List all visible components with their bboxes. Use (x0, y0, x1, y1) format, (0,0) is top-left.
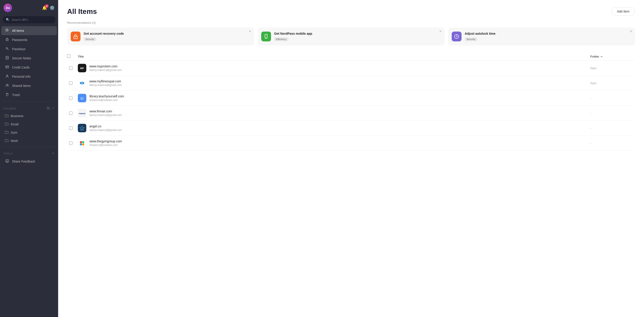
row-checkbox-cell (67, 97, 74, 100)
sidebar-item-label: Passkeys (12, 47, 26, 51)
sidebar-item-secure-notes[interactable]: Secure Notes (1, 54, 57, 63)
sidebar: Da 🔔 4 ⚙️ 🔍 All Items (0, 0, 58, 317)
search-bar[interactable]: 🔍 (3, 16, 56, 23)
sidebar-item-personal-info[interactable]: Personal Info (1, 72, 57, 81)
row-title: www.thegymgroup.com (90, 139, 122, 143)
select-all-checkbox[interactable] (67, 54, 70, 58)
folder-icon (5, 131, 8, 134)
folders-collapse-icon[interactable] (52, 107, 54, 110)
row-checkbox-cell (67, 141, 74, 145)
rec-card-autolock[interactable]: ✕ Adjust autolock time Security (448, 28, 635, 46)
row-checkbox[interactable] (69, 97, 72, 100)
sidebar-item-label: Passwords (12, 38, 27, 42)
sidebar-item-label: Shared Items (12, 84, 31, 88)
folder-icon (5, 139, 8, 143)
sidebar-item-passkeys[interactable]: Passkeys (1, 45, 57, 54)
rec-close-recovery[interactable]: ✕ (249, 30, 251, 33)
recommendations-label: Recommendations (3) (67, 21, 635, 25)
svg-rect-3 (7, 30, 8, 31)
table-row[interactable]: www.myfitnesspal.com danny.maiorca@gmail… (67, 76, 635, 91)
row-text: www.myfitnesspal.com danny.maiorca@gmail… (90, 80, 122, 87)
row-logo: Li (78, 94, 86, 102)
row-logo: MP (78, 64, 86, 72)
folder-icon (5, 114, 8, 118)
passwords-icon (5, 38, 10, 42)
folder-business[interactable]: Business (1, 112, 57, 120)
svg-rect-11 (6, 66, 9, 68)
sidebar-item-label: Secure Notes (12, 56, 31, 60)
row-checkbox[interactable] (69, 141, 72, 145)
table-row[interactable]: ✦ angel.co danny.maiorca@gmail.com - (67, 121, 635, 136)
search-input[interactable] (12, 18, 52, 22)
svg-point-15 (6, 84, 7, 85)
sidebar-item-share-feedback[interactable]: Share Feedback (1, 157, 57, 166)
sidebar-item-label: Share Feedback (12, 160, 35, 163)
table-title-col: Title (78, 55, 587, 58)
sidebar-item-credit-cards[interactable]: Credit Cards (1, 63, 57, 72)
row-checkbox[interactable] (69, 127, 72, 130)
folders-icons (47, 107, 54, 110)
main-header: All Items Add Item (67, 7, 635, 16)
svg-point-22 (75, 37, 76, 38)
table-row[interactable]: Li library.teachyourself.com dmaiorca@ou… (67, 91, 635, 106)
share-feedback-icon (5, 159, 10, 164)
folder-email[interactable]: Email (1, 120, 57, 128)
table-folder-col[interactable]: Folder (590, 55, 635, 58)
row-folder: - (590, 141, 635, 145)
row-checkbox[interactable] (69, 67, 72, 70)
rec-close-mobile[interactable]: ✕ (439, 30, 442, 33)
add-folder-icon[interactable] (47, 107, 50, 110)
rec-tag-recovery: Security (84, 37, 96, 41)
rec-tag-autolock: Security (465, 37, 477, 41)
folder-work[interactable]: Work (1, 137, 57, 145)
table-row[interactable]: MP www.myprotein.com danny.maiorca@gmail… (67, 61, 635, 76)
divider-folders (3, 101, 56, 102)
folder-gym[interactable]: Gym (1, 129, 57, 136)
row-checkbox[interactable] (69, 82, 72, 85)
table-row[interactable]: www.thegymgroup.com dmaiorca@outlook.com… (67, 136, 635, 151)
main-content: All Items Add Item Recommendations (3) ✕… (58, 0, 644, 317)
credit-cards-icon (5, 65, 10, 70)
rec-close-autolock[interactable]: ✕ (630, 30, 632, 33)
all-items-icon (5, 29, 10, 33)
header-icons: 🔔 4 ⚙️ (42, 5, 54, 10)
row-checkbox-cell (67, 82, 74, 85)
table-row[interactable]: FINNAIR www.finnair.com danny.maiorca@gm… (67, 106, 635, 121)
row-info: www.thegymgroup.com dmaiorca@outlook.com (78, 139, 587, 147)
row-logo (78, 139, 86, 147)
folder-label: Email (11, 122, 18, 126)
row-text: angel.co danny.maiorca@gmail.com (90, 124, 122, 132)
svg-rect-2 (6, 30, 7, 31)
shared-items-icon (5, 84, 10, 88)
notifications-button[interactable]: 🔔 4 (42, 5, 47, 10)
row-subtitle: danny.maiorca@gmail.com (90, 129, 122, 132)
personal-info-icon (5, 74, 10, 79)
secure-notes-icon (5, 56, 10, 61)
row-checkbox-cell (67, 112, 74, 115)
rec-card-recovery[interactable]: ✕ Get account recovery code Security (67, 28, 254, 46)
folder-label: Business (11, 114, 24, 118)
sidebar-item-shared-items[interactable]: Shared Items (1, 81, 57, 90)
sidebar-item-passwords[interactable]: Passwords (1, 35, 57, 44)
row-title: angel.co (90, 124, 122, 128)
rec-card-mobile[interactable]: ✕ Get NordPass mobile app Efficiency (258, 28, 444, 46)
avatar[interactable]: Da (4, 4, 12, 12)
sidebar-item-label: Personal Info (12, 75, 31, 78)
row-info: Li library.teachyourself.com dmaiorca@ou… (78, 94, 587, 102)
rec-title-recovery: Get account recovery code (84, 32, 124, 36)
tools-collapse-icon[interactable] (52, 152, 54, 155)
add-item-button[interactable]: Add Item (611, 7, 635, 16)
sidebar-item-trash[interactable]: Trash (1, 90, 57, 99)
sidebar-item-all-items[interactable]: All Items (1, 26, 57, 35)
row-info: ✦ angel.co danny.maiorca@gmail.com (78, 124, 587, 132)
settings-button[interactable]: ⚙️ (50, 5, 54, 10)
row-folder: Gym (590, 82, 635, 85)
nav-menu: All Items Passwords Passkeys (0, 26, 58, 100)
rec-body-recovery: Get account recovery code Security (84, 32, 124, 41)
svg-text:Li: Li (81, 97, 84, 100)
search-icon: 🔍 (6, 18, 10, 22)
row-folder: - (590, 112, 635, 115)
row-checkbox[interactable] (69, 112, 72, 115)
table-header: Title Folder (67, 53, 635, 61)
rec-icon-autolock (452, 32, 462, 42)
